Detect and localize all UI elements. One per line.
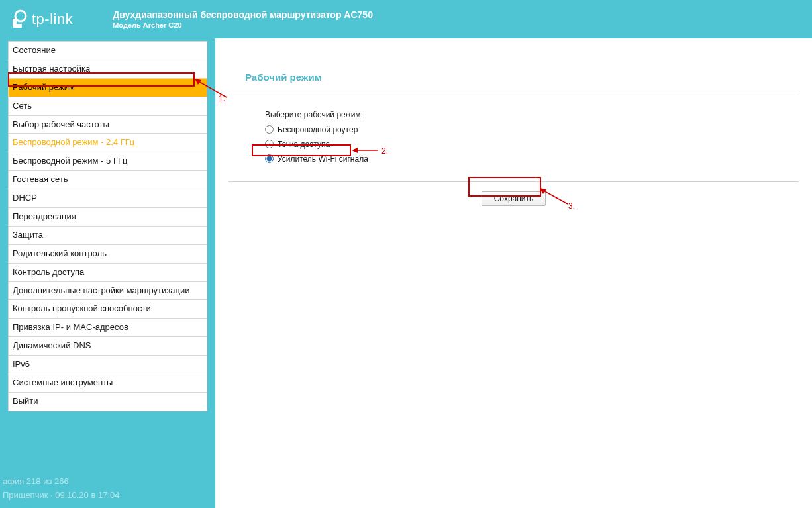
mode-radio-1[interactable] (265, 140, 274, 148)
mode-form: Выберите рабочий режим: Беспроводной роу… (228, 95, 799, 182)
footer-line-1: афия 218 из 266 (3, 475, 119, 489)
sidebar-column: СостояниеБыстрая настройкаРабочий режимС… (0, 38, 215, 508)
sidebar-item-14[interactable]: Контроль пропускной способности (9, 300, 207, 319)
main-content: Рабочий режим Выберите рабочий режим: Бе… (215, 38, 812, 508)
mode-option-label-1: Точка доступа (278, 140, 330, 149)
sidebar-item-9[interactable]: Переадресация (9, 208, 207, 227)
sidebar-item-0[interactable]: Состояние (9, 42, 207, 60)
svg-rect-2 (13, 24, 22, 28)
sidebar-item-15[interactable]: Привязка IP- и MAC-адресов (9, 319, 207, 337)
mode-radio-2[interactable] (265, 154, 274, 163)
sidebar-item-6[interactable]: Беспроводной режим - 5 ГГц (9, 152, 207, 171)
save-button[interactable]: Сохранить (482, 191, 546, 206)
radio-group: Беспроводной роутерТочка доступаУсилител… (265, 123, 799, 165)
mode-option-0[interactable]: Беспроводной роутер (265, 123, 799, 136)
mode-option-2[interactable]: Усилитель Wi-Fi сигнала (265, 152, 799, 165)
sidebar-item-16[interactable]: Динамический DNS (9, 337, 207, 356)
sidebar-item-8[interactable]: DHCP (9, 189, 207, 208)
mode-radio-0[interactable] (265, 125, 274, 134)
sidebar-item-18[interactable]: Системные инструменты (9, 374, 207, 393)
page-title: Рабочий режим (228, 38, 799, 95)
save-row: Сохранить (228, 182, 799, 206)
sidebar-item-19[interactable]: Выйти (9, 393, 207, 411)
mode-option-1[interactable]: Точка доступа (265, 138, 799, 150)
tplink-icon (9, 9, 28, 29)
sidebar-menu: СостояниеБыстрая настройкаРабочий режимС… (8, 41, 207, 411)
sidebar-item-12[interactable]: Контроль доступа (9, 264, 207, 282)
sidebar-item-3[interactable]: Сеть (9, 97, 207, 116)
sidebar-item-17[interactable]: IPv6 (9, 356, 207, 374)
footer-overlay: афия 218 из 266 Прищепчик · 09.10.20 в 1… (0, 475, 119, 508)
select-mode-label: Выберите рабочий режим: (265, 110, 799, 119)
sidebar-item-11[interactable]: Родительский контроль (9, 245, 207, 264)
svg-point-0 (15, 11, 26, 21)
brand-text: tp-link (32, 11, 73, 28)
product-title: Двухдиапазонный беспроводной маршрутизат… (113, 9, 373, 21)
header-bar: tp-link Двухдиапазонный беспроводной мар… (0, 0, 812, 38)
mode-option-label-2: Усилитель Wi-Fi сигнала (278, 154, 368, 164)
sidebar-item-1[interactable]: Быстрая настройка (9, 60, 207, 79)
sidebar-item-4[interactable]: Выбор рабочей частоты (9, 116, 207, 134)
brand-logo: tp-link (9, 9, 73, 29)
mode-option-label-0: Беспроводной роутер (278, 125, 358, 134)
sidebar-item-5[interactable]: Беспроводной режим - 2,4 ГГц (9, 134, 207, 152)
sidebar-item-7[interactable]: Гостевая сеть (9, 171, 207, 189)
sidebar-item-2[interactable]: Рабочий режим (9, 79, 207, 97)
sidebar-item-13[interactable]: Дополнительные настройки маршрутизации (9, 282, 207, 301)
model-subtitle: Модель Archer C20 (113, 21, 373, 30)
footer-line-2: Прищепчик · 09.10.20 в 17:04 (3, 489, 119, 503)
header-titles: Двухдиапазонный беспроводной маршрутизат… (113, 9, 373, 30)
sidebar-item-10[interactable]: Защита (9, 227, 207, 245)
